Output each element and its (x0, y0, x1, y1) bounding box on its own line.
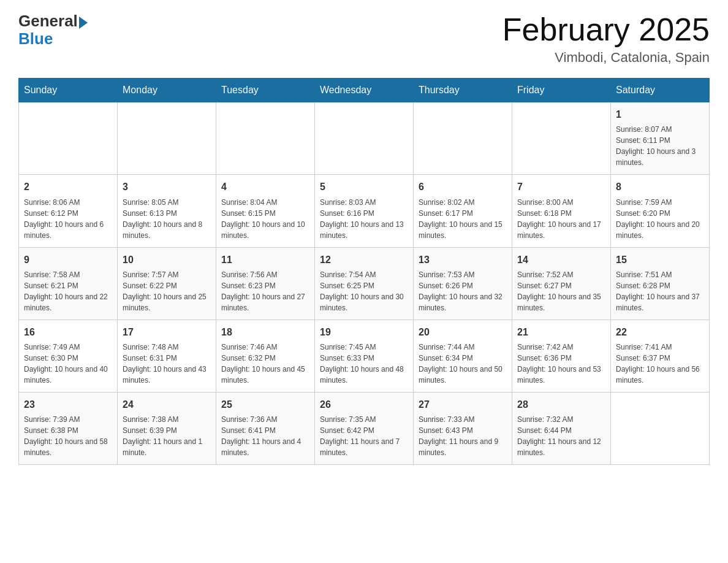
day-number: 22 (616, 325, 704, 339)
day-info: Sunrise: 7:41 AMSunset: 6:37 PMDaylight:… (616, 342, 704, 386)
day-number: 5 (320, 180, 408, 194)
day-number: 6 (419, 180, 507, 194)
weekday-header-friday: Friday (512, 79, 611, 102)
calendar-cell: 7Sunrise: 8:00 AMSunset: 6:18 PMDaylight… (512, 175, 611, 247)
day-info: Sunrise: 8:03 AMSunset: 6:16 PMDaylight:… (320, 197, 408, 241)
calendar-cell: 3Sunrise: 8:05 AMSunset: 6:13 PMDaylight… (118, 175, 216, 247)
location-subtitle: Vimbodi, Catalonia, Spain (502, 50, 710, 66)
day-info: Sunrise: 7:49 AMSunset: 6:30 PMDaylight:… (24, 342, 112, 386)
weekday-header-monday: Monday (118, 79, 216, 102)
calendar-cell (216, 102, 315, 175)
logo-general-text: General (18, 12, 78, 30)
day-number: 26 (320, 397, 408, 412)
calendar-table: SundayMondayTuesdayWednesdayThursdayFrid… (18, 78, 710, 465)
calendar-cell: 13Sunrise: 7:53 AMSunset: 6:26 PMDayligh… (414, 247, 512, 320)
day-number: 23 (24, 397, 112, 412)
day-number: 20 (419, 325, 507, 339)
day-number: 3 (123, 180, 211, 194)
month-year-title: February 2025 (502, 12, 710, 47)
calendar-cell: 18Sunrise: 7:46 AMSunset: 6:32 PMDayligh… (216, 320, 315, 392)
weekday-header-sunday: Sunday (19, 79, 118, 102)
calendar-cell: 16Sunrise: 7:49 AMSunset: 6:30 PMDayligh… (19, 320, 118, 392)
calendar-cell: 6Sunrise: 8:02 AMSunset: 6:17 PMDaylight… (414, 175, 512, 247)
day-number: 7 (517, 180, 605, 194)
day-info: Sunrise: 7:39 AMSunset: 6:38 PMDaylight:… (24, 414, 112, 458)
calendar-cell: 1Sunrise: 8:07 AMSunset: 6:11 PMDaylight… (611, 102, 710, 175)
calendar-cell: 15Sunrise: 7:51 AMSunset: 6:28 PMDayligh… (611, 247, 710, 320)
calendar-cell: 26Sunrise: 7:35 AMSunset: 6:42 PMDayligh… (315, 392, 414, 464)
day-number: 13 (419, 253, 507, 267)
day-info: Sunrise: 7:36 AMSunset: 6:41 PMDaylight:… (221, 414, 309, 458)
calendar-cell: 2Sunrise: 8:06 AMSunset: 6:12 PMDaylight… (19, 175, 118, 247)
calendar-cell (118, 102, 216, 175)
title-block: February 2025 Vimbodi, Catalonia, Spain (502, 12, 710, 66)
day-number: 11 (221, 253, 309, 267)
day-number: 4 (221, 180, 309, 194)
logo-arrow-icon (79, 17, 88, 29)
day-info: Sunrise: 7:59 AMSunset: 6:20 PMDaylight:… (616, 197, 704, 241)
day-info: Sunrise: 8:04 AMSunset: 6:15 PMDaylight:… (221, 197, 309, 241)
day-info: Sunrise: 7:58 AMSunset: 6:21 PMDaylight:… (24, 269, 112, 313)
page-header: General Blue February 2025 Vimbodi, Cata… (18, 12, 710, 66)
day-info: Sunrise: 7:46 AMSunset: 6:32 PMDaylight:… (221, 342, 309, 386)
logo: General Blue (18, 12, 88, 47)
day-info: Sunrise: 8:05 AMSunset: 6:13 PMDaylight:… (123, 197, 211, 241)
day-number: 18 (221, 325, 309, 339)
calendar-cell: 10Sunrise: 7:57 AMSunset: 6:22 PMDayligh… (118, 247, 216, 320)
calendar-cell: 4Sunrise: 8:04 AMSunset: 6:15 PMDaylight… (216, 175, 315, 247)
day-info: Sunrise: 8:00 AMSunset: 6:18 PMDaylight:… (517, 197, 605, 241)
calendar-week-row: 16Sunrise: 7:49 AMSunset: 6:30 PMDayligh… (19, 320, 710, 392)
day-info: Sunrise: 7:54 AMSunset: 6:25 PMDaylight:… (320, 269, 408, 313)
calendar-cell: 11Sunrise: 7:56 AMSunset: 6:23 PMDayligh… (216, 247, 315, 320)
calendar-cell: 24Sunrise: 7:38 AMSunset: 6:39 PMDayligh… (118, 392, 216, 464)
day-number: 14 (517, 253, 605, 267)
day-info: Sunrise: 7:32 AMSunset: 6:44 PMDaylight:… (517, 414, 605, 458)
day-number: 27 (419, 397, 507, 412)
calendar-cell: 28Sunrise: 7:32 AMSunset: 6:44 PMDayligh… (512, 392, 611, 464)
day-info: Sunrise: 7:38 AMSunset: 6:39 PMDaylight:… (123, 414, 211, 458)
calendar-cell (512, 102, 611, 175)
day-number: 9 (24, 253, 112, 267)
day-info: Sunrise: 7:51 AMSunset: 6:28 PMDaylight:… (616, 269, 704, 313)
day-info: Sunrise: 8:06 AMSunset: 6:12 PMDaylight:… (24, 197, 112, 241)
calendar-cell: 5Sunrise: 8:03 AMSunset: 6:16 PMDaylight… (315, 175, 414, 247)
day-number: 2 (24, 180, 112, 194)
calendar-cell: 9Sunrise: 7:58 AMSunset: 6:21 PMDaylight… (19, 247, 118, 320)
calendar-cell: 19Sunrise: 7:45 AMSunset: 6:33 PMDayligh… (315, 320, 414, 392)
day-info: Sunrise: 7:33 AMSunset: 6:43 PMDaylight:… (419, 414, 507, 458)
day-info: Sunrise: 7:42 AMSunset: 6:36 PMDaylight:… (517, 342, 605, 386)
day-info: Sunrise: 7:35 AMSunset: 6:42 PMDaylight:… (320, 414, 408, 458)
logo-blue-text: Blue (18, 30, 53, 48)
day-number: 10 (123, 253, 211, 267)
calendar-cell: 12Sunrise: 7:54 AMSunset: 6:25 PMDayligh… (315, 247, 414, 320)
calendar-cell (611, 392, 710, 464)
day-number: 1 (616, 107, 704, 121)
calendar-week-row: 2Sunrise: 8:06 AMSunset: 6:12 PMDaylight… (19, 175, 710, 247)
calendar-week-row: 9Sunrise: 7:58 AMSunset: 6:21 PMDaylight… (19, 247, 710, 320)
weekday-header-thursday: Thursday (414, 79, 512, 102)
weekday-header-tuesday: Tuesday (216, 79, 315, 102)
weekday-header-wednesday: Wednesday (315, 79, 414, 102)
day-info: Sunrise: 7:44 AMSunset: 6:34 PMDaylight:… (419, 342, 507, 386)
day-info: Sunrise: 8:02 AMSunset: 6:17 PMDaylight:… (419, 197, 507, 241)
calendar-cell: 20Sunrise: 7:44 AMSunset: 6:34 PMDayligh… (414, 320, 512, 392)
calendar-cell: 8Sunrise: 7:59 AMSunset: 6:20 PMDaylight… (611, 175, 710, 247)
calendar-week-row: 23Sunrise: 7:39 AMSunset: 6:38 PMDayligh… (19, 392, 710, 464)
calendar-cell (414, 102, 512, 175)
day-info: Sunrise: 7:56 AMSunset: 6:23 PMDaylight:… (221, 269, 309, 313)
day-number: 15 (616, 253, 704, 267)
calendar-header-row: SundayMondayTuesdayWednesdayThursdayFrid… (19, 79, 710, 102)
calendar-cell: 27Sunrise: 7:33 AMSunset: 6:43 PMDayligh… (414, 392, 512, 464)
day-number: 16 (24, 325, 112, 339)
calendar-cell: 23Sunrise: 7:39 AMSunset: 6:38 PMDayligh… (19, 392, 118, 464)
day-info: Sunrise: 8:07 AMSunset: 6:11 PMDaylight:… (616, 124, 704, 168)
weekday-header-saturday: Saturday (611, 79, 710, 102)
calendar-cell (315, 102, 414, 175)
day-number: 25 (221, 397, 309, 412)
day-number: 8 (616, 180, 704, 194)
day-number: 24 (123, 397, 211, 412)
day-info: Sunrise: 7:52 AMSunset: 6:27 PMDaylight:… (517, 269, 605, 313)
calendar-week-row: 1Sunrise: 8:07 AMSunset: 6:11 PMDaylight… (19, 102, 710, 175)
day-number: 17 (123, 325, 211, 339)
day-info: Sunrise: 7:48 AMSunset: 6:31 PMDaylight:… (123, 342, 211, 386)
